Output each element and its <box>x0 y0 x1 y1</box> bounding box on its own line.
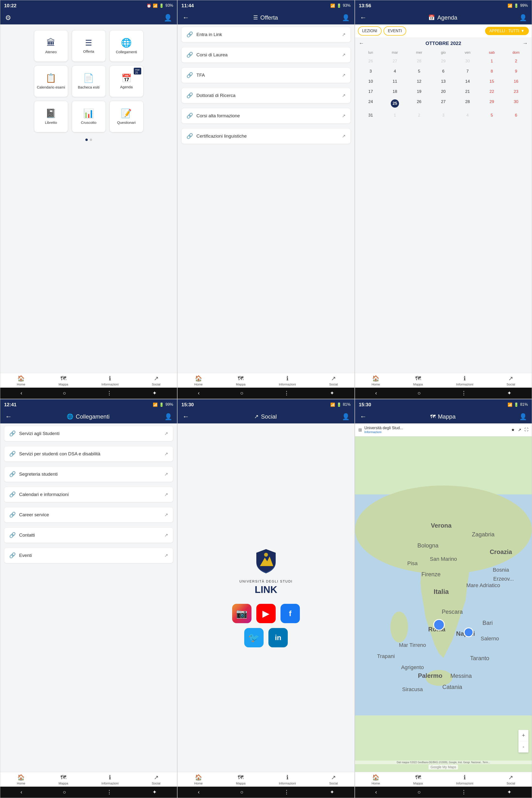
link-tfa[interactable]: 🔗TFA ↗ <box>182 68 350 83</box>
back-android-6[interactable]: ‹ <box>375 789 377 795</box>
cal-cell[interactable]: 29 <box>480 97 504 110</box>
cal-cell[interactable]: 15 <box>480 77 504 86</box>
map-container[interactable]: ⊞ Università degli Stud... Informazioni … <box>355 423 532 772</box>
back-button-offerta[interactable]: ← <box>182 14 189 21</box>
cal-cell[interactable]: 30 <box>504 97 528 110</box>
assist-android[interactable]: ✦ <box>152 390 157 396</box>
link-entra[interactable]: 🔗Entra in Link ↗ <box>182 27 350 42</box>
cal-cell[interactable]: 2 <box>504 56 528 66</box>
nav-mappa-6[interactable]: 🗺Mappa <box>413 774 423 785</box>
cal-cell[interactable]: 5 <box>407 66 431 76</box>
cal-cell[interactable]: 16 <box>504 77 528 86</box>
cal-cell[interactable]: 4 <box>456 111 479 120</box>
back-android-4[interactable]: ‹ <box>21 789 22 795</box>
cal-cell[interactable]: 19 <box>407 87 431 96</box>
cal-cell[interactable]: 6 <box>504 111 528 120</box>
cal-cell[interactable]: 14 <box>456 77 479 86</box>
nav-social-5[interactable]: ↗Social <box>329 774 338 785</box>
cal-cell[interactable]: 28 <box>456 97 479 110</box>
nav-info-6[interactable]: ℹInformazioni <box>456 774 473 785</box>
cal-cell[interactable]: 24 <box>359 97 383 110</box>
nav-mappa-2[interactable]: 🗺Mappa <box>236 375 246 386</box>
back-button-agenda[interactable]: ← <box>360 14 366 21</box>
cal-cell[interactable]: 2 <box>407 111 431 120</box>
cal-cell[interactable]: 22 <box>480 87 504 96</box>
cal-cell[interactable]: 3 <box>359 66 383 76</box>
cal-cell[interactable]: 7 <box>456 66 479 76</box>
appelli-button[interactable]: APPELLI · TUTTI ▼ <box>485 27 529 35</box>
nav-social-4[interactable]: ↗Social <box>152 774 160 785</box>
assist-android-4[interactable]: ✦ <box>152 789 157 795</box>
home-android-4[interactable]: ○ <box>63 789 66 795</box>
cal-cell[interactable]: 13 <box>432 77 455 86</box>
grid-calendario[interactable]: 📋 Calendario esami <box>34 65 68 97</box>
grid-agenda[interactable]: 📅 mar25 Agenda <box>110 65 144 97</box>
link-servizi-studenti[interactable]: 🔗Servizi agli Studenti ↗ <box>4 426 173 441</box>
map-share-icon[interactable]: ↗ <box>518 428 521 432</box>
tab-lezioni[interactable]: LEZIONI <box>358 26 382 36</box>
link-corsi-laurea[interactable]: 🔗Corsi di Laurea ↗ <box>182 47 350 63</box>
cal-cell[interactable]: 1 <box>383 111 407 120</box>
nav-home-5[interactable]: 🏠Home <box>194 774 203 785</box>
cal-cell[interactable]: 31 <box>359 111 383 120</box>
cal-cell[interactable]: 18 <box>383 87 407 96</box>
nav-social-2[interactable]: ↗Social <box>329 375 338 386</box>
map-fullscreen-icon[interactable]: ⛶ <box>525 428 528 432</box>
map-info-sub[interactable]: Informazioni <box>364 430 403 434</box>
cal-cell[interactable]: 1 <box>480 56 504 66</box>
nav-home-3[interactable]: 🏠Home <box>372 375 380 386</box>
nav-info-4[interactable]: ℹInformazioni <box>101 774 119 785</box>
cal-cell[interactable]: 26 <box>407 97 431 110</box>
instagram-button[interactable]: 📷 <box>232 604 251 623</box>
recent-android-4[interactable]: ⋮ <box>107 789 112 795</box>
link-eventi[interactable]: 🔗Eventi ↗ <box>4 548 173 563</box>
assist-android-5[interactable]: ✦ <box>330 789 334 795</box>
link-calendari[interactable]: 🔗Calendari e informazioni ↗ <box>4 487 173 502</box>
nav-mappa-3[interactable]: 🗺Mappa <box>413 375 423 386</box>
grid-cruscotto[interactable]: 📊 Cruscotto <box>72 101 106 132</box>
assist-android-3[interactable]: ✦ <box>507 390 511 396</box>
nav-mappa-5[interactable]: 🗺Mappa <box>236 774 246 785</box>
link-segreteria[interactable]: 🔗Segreteria studenti ↗ <box>4 467 173 482</box>
recent-android[interactable]: ⋮ <box>107 390 112 396</box>
recent-android-2[interactable]: ⋮ <box>284 390 289 396</box>
grid-offerta[interactable]: ☰ Offerta <box>72 30 106 62</box>
cal-cell[interactable]: 17 <box>359 87 383 96</box>
assist-android-2[interactable]: ✦ <box>330 390 334 396</box>
nav-social-6[interactable]: ↗Social <box>507 774 515 785</box>
home-android-6[interactable]: ○ <box>417 789 420 795</box>
profile-btn-mappa[interactable]: 👤 <box>519 413 527 420</box>
cal-cell[interactable]: 3 <box>432 111 455 120</box>
recent-android-6[interactable]: ⋮ <box>461 789 467 795</box>
cal-cell[interactable]: 30 <box>456 56 479 66</box>
nav-info[interactable]: ℹInformazioni <box>101 375 119 386</box>
cal-cell[interactable]: 26 <box>359 56 383 66</box>
cal-cell[interactable]: 12 <box>407 77 431 86</box>
grid-questionari[interactable]: 📝 Questionari <box>110 101 144 132</box>
link-contatti[interactable]: 🔗Contatti ↗ <box>4 527 173 543</box>
home-android-2[interactable]: ○ <box>240 390 243 396</box>
settings-icon[interactable]: ⚙ <box>5 14 11 22</box>
grid-collegamenti[interactable]: 🌐 Collegamenti <box>110 30 144 62</box>
cal-cell[interactable]: 10 <box>359 77 383 86</box>
nav-info-5[interactable]: ℹInformazioni <box>279 774 296 785</box>
profile-btn-offerta[interactable]: 👤 <box>342 14 350 21</box>
recent-android-5[interactable]: ⋮ <box>284 789 289 795</box>
link-certificazioni[interactable]: 🔗Certificazioni linguistiche ↗ <box>182 128 350 144</box>
nav-mappa-4[interactable]: 🗺Mappa <box>58 774 68 785</box>
profile-btn-agenda[interactable]: 👤 <box>519 14 527 21</box>
twitter-button[interactable]: 🐦 <box>244 628 264 647</box>
grid-ateneo[interactable]: 🏛 Ateneo <box>34 30 68 62</box>
back-button-social[interactable]: ← <box>182 413 189 420</box>
cal-cell[interactable]: 23 <box>504 87 528 96</box>
link-servizi-dsa[interactable]: 🔗Servizi per studenti con DSA e disabili… <box>4 446 173 462</box>
grid-libretto[interactable]: 📓 Libretto <box>34 101 68 132</box>
assist-android-6[interactable]: ✦ <box>507 789 511 795</box>
nav-info-2[interactable]: ℹInformazioni <box>279 375 296 386</box>
profile-btn-coll[interactable]: 👤 <box>165 413 172 420</box>
cal-cell[interactable]: 27 <box>383 56 407 66</box>
youtube-button[interactable]: ▶ <box>256 604 276 623</box>
tab-eventi[interactable]: EVENTI <box>383 26 406 36</box>
zoom-in-button[interactable]: + <box>518 730 528 741</box>
cal-cell[interactable]: 20 <box>432 87 455 96</box>
